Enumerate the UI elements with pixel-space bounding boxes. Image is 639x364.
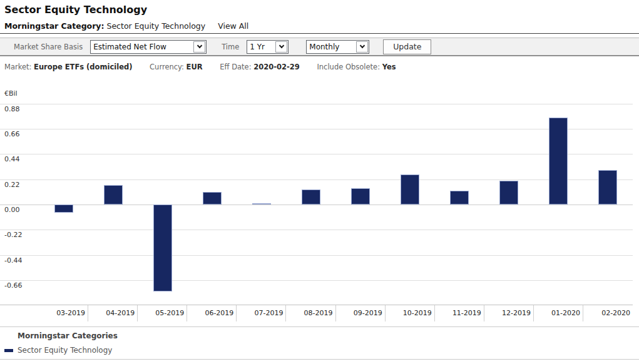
frequency-value: Monthly bbox=[309, 43, 355, 51]
y-tick-label: -0.22 bbox=[4, 231, 22, 239]
eff-date-filter: Eff Date: 2020-02-29 bbox=[220, 63, 299, 71]
time-label: Time bbox=[222, 43, 239, 51]
currency-filter: Currency: EUR bbox=[150, 63, 203, 71]
x-tick-label: 11-2019 bbox=[435, 305, 484, 321]
legend-item: Sector Equity Technology bbox=[0, 346, 639, 355]
y-tick-label: -0.66 bbox=[4, 281, 22, 290]
y-tick-label: 0.22 bbox=[4, 181, 20, 189]
bar-cell bbox=[335, 99, 385, 305]
market-share-basis-label: Market Share Basis bbox=[14, 43, 83, 51]
bar-cell bbox=[39, 99, 88, 305]
bar-cell bbox=[386, 99, 435, 305]
market-share-basis-select[interactable]: Estimated Net Flow bbox=[90, 40, 207, 54]
bar-03-2019[interactable] bbox=[54, 205, 73, 213]
x-tick-label: 04-2019 bbox=[88, 305, 138, 321]
x-tick-label: 09-2019 bbox=[336, 305, 386, 321]
include-obsolete-filter: Include Obsolete: Yes bbox=[317, 63, 396, 71]
bar-cell bbox=[88, 99, 138, 305]
bar-09-2019[interactable] bbox=[351, 188, 370, 205]
x-tick-label: 07-2019 bbox=[237, 305, 286, 321]
update-button[interactable]: Update bbox=[383, 39, 431, 54]
chevron-down-icon[interactable] bbox=[275, 41, 287, 53]
bar-05-2019[interactable] bbox=[153, 205, 172, 291]
market-value: Europe ETFs (domiciled) bbox=[34, 63, 132, 71]
bar-08-2019[interactable] bbox=[302, 190, 320, 205]
x-tick-label: 02-2020 bbox=[583, 305, 633, 321]
bar-cell bbox=[187, 99, 237, 305]
legend-section: Morningstar Categories Sector Equity Tec… bbox=[0, 326, 639, 360]
page-title: Sector Equity Technology bbox=[0, 0, 639, 16]
x-tick-label: 01-2020 bbox=[534, 305, 583, 321]
x-tick-label: 10-2019 bbox=[386, 305, 435, 321]
bars-row bbox=[39, 99, 633, 305]
y-tick-label: 0.66 bbox=[4, 130, 20, 138]
market-share-basis-value: Estimated Net Flow bbox=[93, 43, 193, 51]
time-select[interactable]: 1 Yr bbox=[247, 40, 289, 54]
view-all-link[interactable]: View All bbox=[218, 21, 248, 31]
legend-swatch bbox=[4, 349, 13, 352]
category-label: Morningstar Category: bbox=[4, 21, 105, 31]
bar-10-2019[interactable] bbox=[401, 174, 419, 205]
x-axis-labels: 03-201904-201905-201906-201907-201908-20… bbox=[39, 305, 639, 321]
bar-11-2019[interactable] bbox=[450, 191, 469, 205]
y-tick-label: 0.00 bbox=[4, 206, 20, 214]
chevron-down-icon[interactable] bbox=[356, 41, 368, 53]
info-row: Market: Europe ETFs (domiciled) Currency… bbox=[0, 63, 639, 71]
y-tick-label: -0.44 bbox=[4, 256, 22, 265]
category-row: Morningstar Category: Sector Equity Tech… bbox=[0, 21, 639, 34]
bar-12-2019[interactable] bbox=[499, 181, 518, 205]
x-tick-label: 05-2019 bbox=[138, 305, 187, 321]
time-value: 1 Yr bbox=[250, 43, 275, 51]
bar-cell bbox=[435, 99, 484, 305]
bar-cell bbox=[237, 99, 286, 305]
legend-item-label: Sector Equity Technology bbox=[18, 346, 112, 355]
y-axis-unit-label: €Bil bbox=[0, 89, 639, 98]
bar-04-2019[interactable] bbox=[104, 185, 123, 205]
toolbar: Market Share Basis Estimated Net Flow Ti… bbox=[0, 38, 639, 56]
bar-cell bbox=[583, 99, 633, 305]
frequency-select[interactable]: Monthly bbox=[306, 40, 369, 54]
bar-06-2019[interactable] bbox=[203, 192, 222, 205]
plot-area: 0.880.660.440.220.00-0.22-0.44-0.66 bbox=[0, 99, 633, 305]
x-tick-label: 08-2019 bbox=[286, 305, 335, 321]
y-tick-label: 0.88 bbox=[4, 105, 20, 113]
x-tick-label: 06-2019 bbox=[187, 305, 237, 321]
category-value: Sector Equity Technology bbox=[106, 21, 205, 31]
bar-cell bbox=[138, 99, 187, 305]
currency-value: EUR bbox=[187, 63, 203, 71]
bar-cell bbox=[484, 99, 534, 305]
x-tick-label: 12-2019 bbox=[484, 305, 534, 321]
eff-date-value: 2020-02-29 bbox=[253, 63, 300, 71]
y-tick-label: 0.44 bbox=[4, 155, 20, 163]
chevron-down-icon[interactable] bbox=[193, 41, 205, 53]
x-tick-label: 03-2019 bbox=[39, 305, 88, 321]
legend-heading: Morningstar Categories bbox=[0, 331, 639, 340]
include-obsolete-value: Yes bbox=[382, 63, 396, 71]
bar-cell bbox=[286, 99, 335, 305]
bar-07-2019[interactable] bbox=[252, 203, 271, 205]
bar-cell bbox=[534, 99, 583, 305]
market-filter: Market: Europe ETFs (domiciled) bbox=[4, 63, 132, 71]
bar-01-2020[interactable] bbox=[549, 118, 568, 205]
bar-02-2020[interactable] bbox=[598, 170, 617, 205]
